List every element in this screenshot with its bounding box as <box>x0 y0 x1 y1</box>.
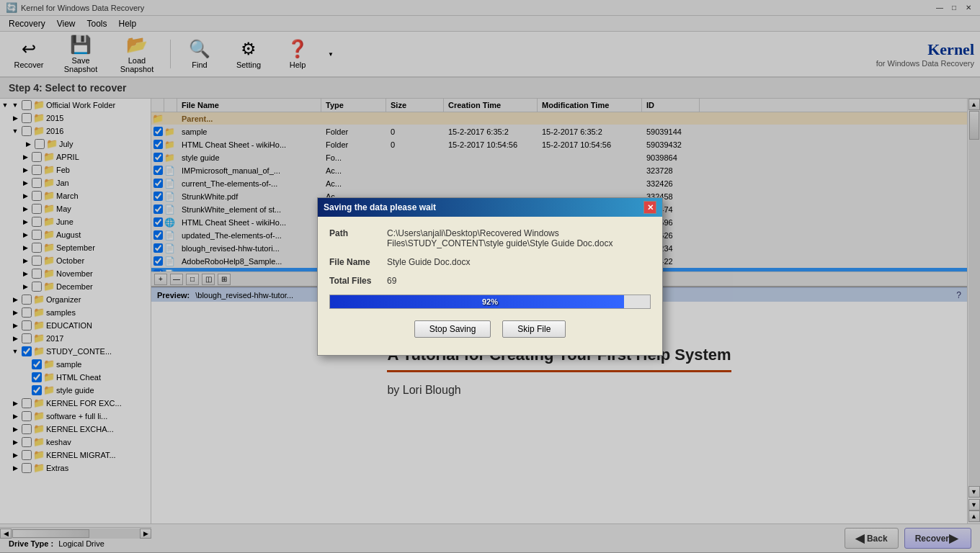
modal-totalfiles-row: Total Files 69 <box>329 276 651 286</box>
modal-overlay: Saving the data please wait ✕ Path C:\Us… <box>0 0 980 553</box>
progress-container: 92% <box>329 295 651 309</box>
modal-buttons: Stop Saving Skip File <box>329 315 651 343</box>
skip-file-button[interactable]: Skip File <box>502 320 566 338</box>
progress-text: 92% <box>482 297 498 306</box>
save-progress-dialog: Saving the data please wait ✕ Path C:\Us… <box>317 197 663 356</box>
modal-filename-value: Style Guide Doc.docx <box>387 257 470 267</box>
modal-totalfiles-label: Total Files <box>329 276 387 286</box>
modal-path-row: Path C:\Users\anjali\Desktop\Recovered W… <box>329 228 651 248</box>
modal-filename-row: File Name Style Guide Doc.docx <box>329 257 651 267</box>
modal-close-button[interactable]: ✕ <box>643 201 656 214</box>
modal-titlebar: Saving the data please wait ✕ <box>318 198 662 217</box>
progress-bar <box>330 295 624 308</box>
stop-saving-button[interactable]: Stop Saving <box>414 320 491 338</box>
modal-path-value: C:\Users\anjali\Desktop\Recovered Window… <box>387 228 651 248</box>
modal-title: Saving the data please wait <box>324 202 436 212</box>
modal-body: Path C:\Users\anjali\Desktop\Recovered W… <box>318 217 662 355</box>
modal-path-label: Path <box>329 228 387 238</box>
modal-filename-label: File Name <box>329 257 387 267</box>
modal-totalfiles-value: 69 <box>387 276 396 286</box>
